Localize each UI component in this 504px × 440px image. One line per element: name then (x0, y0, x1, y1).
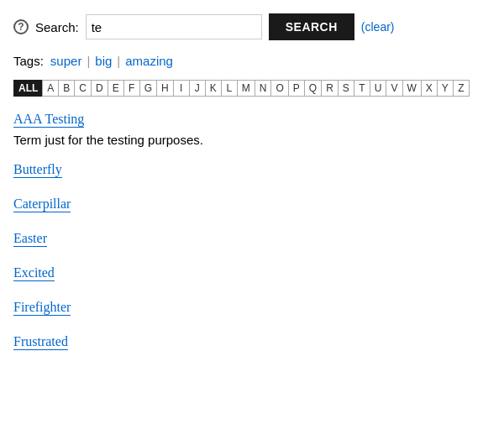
search-input[interactable] (86, 14, 262, 39)
term-title-link[interactable]: Excited (13, 265, 55, 281)
alpha-btn-c[interactable]: C (74, 80, 92, 97)
search-label: Search: (35, 20, 79, 34)
alpha-btn-x[interactable]: X (421, 80, 438, 97)
alpha-btn-e[interactable]: E (108, 80, 124, 97)
term-section: Excited (13, 265, 491, 285)
alpha-btn-a[interactable]: A (42, 80, 59, 97)
alpha-btn-v[interactable]: V (386, 80, 402, 97)
alpha-btn-o[interactable]: O (270, 80, 288, 97)
term-title-link[interactable]: Frustrated (13, 334, 68, 350)
alpha-btn-r[interactable]: R (321, 80, 339, 97)
alpha-btn-g[interactable]: G (139, 80, 157, 97)
term-section: Firefighter (13, 300, 491, 319)
alpha-btn-q[interactable]: Q (304, 80, 322, 97)
tag-separator-1: | (87, 54, 90, 68)
tag-amazing[interactable]: amazing (125, 54, 173, 68)
term-title-link[interactable]: AAA Testing (13, 112, 84, 128)
alpha-btn-k[interactable]: K (205, 80, 222, 97)
term-title-link[interactable]: Firefighter (13, 300, 71, 316)
tag-separator-2: | (117, 54, 120, 68)
alpha-btn-p[interactable]: P (288, 80, 305, 97)
alpha-btn-m[interactable]: M (237, 80, 255, 97)
terms-list: AAA TestingTerm just for the testing pur… (13, 112, 491, 354)
term-section: Caterpillar (13, 196, 491, 216)
alpha-btn-z[interactable]: Z (453, 80, 470, 97)
alpha-btn-l[interactable]: L (221, 80, 238, 97)
tags-row: Tags: super | big | amazing (13, 54, 491, 68)
term-title-link[interactable]: Easter (13, 231, 47, 247)
term-title-link[interactable]: Caterpillar (13, 196, 71, 212)
alpha-btn-w[interactable]: W (402, 80, 422, 97)
search-button[interactable]: SEARCH (269, 13, 354, 40)
alpha-btn-i[interactable]: I (173, 80, 190, 97)
help-icon[interactable]: ? (13, 19, 29, 34)
alpha-btn-n[interactable]: N (255, 80, 272, 97)
term-description: Term just for the testing purposes. (13, 133, 491, 147)
tag-big[interactable]: big (95, 54, 112, 68)
term-title-link[interactable]: Butterfly (13, 162, 62, 178)
alpha-btn-h[interactable]: H (156, 80, 174, 97)
tags-label: Tags: (13, 54, 44, 68)
clear-link[interactable]: (clear) (361, 20, 395, 34)
alpha-btn-u[interactable]: U (370, 80, 387, 97)
alpha-btn-f[interactable]: F (123, 80, 140, 97)
term-section: Easter (13, 231, 491, 250)
tag-super[interactable]: super (50, 54, 82, 68)
alpha-btn-y[interactable]: Y (437, 80, 454, 97)
alphabet-row: ALLABCDEFGHIJKLMNOPQRSTUVWXYZ (13, 80, 491, 97)
alpha-btn-j[interactable]: J (189, 80, 206, 97)
search-row: ? Search: SEARCH (clear) (13, 13, 491, 40)
alpha-btn-d[interactable]: D (91, 80, 108, 97)
term-section: Butterfly (13, 162, 491, 181)
alpha-btn-s[interactable]: S (338, 80, 354, 97)
alpha-btn-all[interactable]: ALL (13, 80, 43, 97)
term-section: AAA TestingTerm just for the testing pur… (13, 112, 491, 147)
term-section: Frustrated (13, 334, 491, 354)
alpha-btn-b[interactable]: B (58, 80, 75, 97)
alpha-btn-t[interactable]: T (354, 80, 370, 97)
